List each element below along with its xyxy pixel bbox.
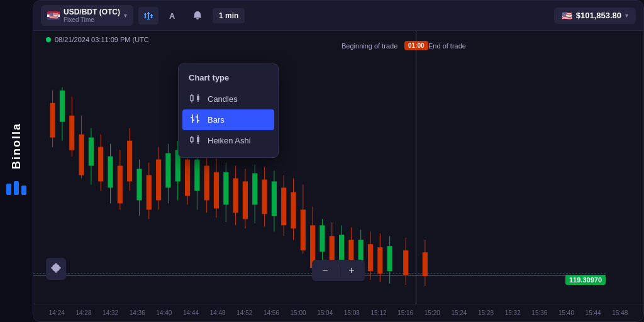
svg-rect-86 — [403, 250, 408, 275]
heiken-ashi-label: Heiken Ashi — [208, 136, 251, 145]
svg-rect-60 — [272, 181, 277, 216]
balance-display[interactable]: 🇺🇸 $101,853.80 ▾ — [554, 8, 636, 24]
svg-rect-70 — [319, 225, 325, 252]
svg-rect-92 — [197, 96, 199, 100]
currency-pair-label: USD/BDT (OTC) — [64, 8, 120, 16]
time-label-10: 15:04 — [311, 309, 338, 316]
svg-rect-9 — [151, 14, 152, 18]
svg-rect-104 — [197, 137, 199, 142]
svg-rect-101 — [191, 138, 193, 142]
time-label-9: 15:00 — [285, 309, 312, 316]
svg-rect-30 — [127, 141, 132, 182]
svg-rect-42 — [185, 160, 190, 196]
time-label-13: 15:16 — [392, 309, 419, 316]
currency-pair-selector[interactable]: 🇺🇸 USD/BDT (OTC) Fixed Time ▾ — [41, 5, 133, 26]
live-indicator — [46, 37, 51, 42]
svg-rect-38 — [165, 153, 170, 188]
time-label-16: 15:28 — [472, 309, 499, 316]
svg-rect-20 — [79, 135, 84, 175]
time-label-14: 15:20 — [419, 309, 446, 316]
dropdown-item-candles[interactable]: Candles — [179, 89, 278, 109]
app-container: Binolla 🇺🇸 USD/BDT (OTC) Fixed Time ▾ — [0, 0, 644, 322]
svg-rect-48 — [214, 172, 219, 209]
balance-flag-icon: 🇺🇸 — [562, 11, 572, 21]
svg-rect-56 — [252, 174, 257, 205]
zoom-out-button[interactable]: − — [312, 260, 338, 281]
balance-amount: $101,853.80 — [576, 11, 621, 20]
settings-button[interactable] — [46, 258, 66, 280]
time-label-2: 14:32 — [97, 309, 124, 316]
dropdown-item-bars[interactable]: Bars — [182, 109, 274, 130]
text-tool-button[interactable]: A — [164, 8, 182, 24]
time-axis: 14:24 14:28 14:32 14:36 14:40 14:44 14:4… — [33, 304, 643, 321]
svg-rect-2 — [21, 186, 26, 195]
bars-icon — [189, 114, 201, 125]
svg-rect-24 — [98, 147, 103, 182]
currency-flag: 🇺🇸 — [47, 11, 60, 20]
svg-rect-84 — [387, 246, 392, 271]
svg-rect-11 — [150, 18, 153, 18]
zoom-controls: − + — [312, 260, 365, 281]
chevron-down-icon: ▾ — [124, 12, 127, 19]
svg-rect-44 — [194, 160, 199, 191]
time-label-19: 15:40 — [553, 309, 580, 316]
time-label-8: 14:56 — [258, 309, 285, 316]
svg-rect-62 — [281, 187, 286, 225]
candles-icon — [189, 94, 201, 104]
time-label-6: 14:48 — [204, 309, 231, 316]
svg-rect-22 — [89, 138, 94, 166]
svg-rect-5 — [144, 18, 147, 18]
svg-rect-66 — [301, 209, 306, 250]
beginning-of-trade-label: Beginning of trade — [341, 42, 397, 50]
svg-rect-3 — [145, 13, 146, 18]
svg-rect-88 — [423, 252, 428, 276]
svg-rect-16 — [60, 91, 65, 122]
time-label-20: 15:44 — [580, 309, 607, 316]
time-label-3: 14:36 — [124, 309, 151, 316]
time-label-15: 15:24 — [446, 309, 473, 316]
toolbar: 🇺🇸 USD/BDT (OTC) Fixed Time ▾ — [33, 1, 643, 31]
svg-rect-64 — [291, 192, 296, 228]
svg-rect-8 — [147, 19, 150, 19]
svg-text:A: A — [169, 11, 175, 20]
svg-rect-28 — [118, 166, 123, 204]
zoom-in-button[interactable]: + — [339, 260, 365, 281]
time-label-4: 14:40 — [151, 309, 178, 316]
svg-rect-36 — [156, 160, 161, 201]
heiken-ashi-icon — [189, 135, 201, 146]
left-sidebar: Binolla — [0, 0, 33, 322]
svg-rect-7 — [147, 13, 150, 14]
chart-type-dropdown: Chart type Candles — [178, 64, 279, 158]
svg-rect-80 — [368, 244, 373, 271]
svg-rect-82 — [377, 247, 382, 274]
brand-icon — [6, 179, 26, 199]
svg-rect-6 — [148, 12, 149, 19]
alert-button[interactable] — [187, 7, 208, 25]
end-of-trade-label: End of trade — [428, 42, 466, 50]
balance-chevron-icon: ▾ — [625, 12, 628, 19]
svg-rect-14 — [50, 103, 55, 138]
chart-type-button[interactable] — [138, 7, 158, 25]
trade-type-label: Fixed Time — [64, 16, 120, 23]
time-interval-button[interactable]: 1 min — [213, 8, 245, 23]
svg-rect-32 — [136, 169, 142, 201]
svg-rect-18 — [69, 116, 74, 150]
timestamp-label: 08/21/2024 03:11:09 PM (UTC — [55, 36, 149, 43]
svg-rect-46 — [204, 166, 209, 201]
dropdown-item-heiken-ashi[interactable]: Heiken Ashi — [179, 130, 278, 151]
svg-rect-89 — [191, 96, 193, 101]
svg-rect-10 — [150, 15, 153, 16]
svg-rect-54 — [243, 181, 248, 219]
time-label-17: 15:32 — [499, 309, 526, 316]
svg-rect-26 — [108, 157, 113, 188]
time-label-18: 15:36 — [526, 309, 553, 316]
brand-name: Binolla — [10, 123, 23, 169]
time-label-0: 14:24 — [43, 309, 70, 316]
svg-rect-74 — [339, 235, 344, 261]
trade-timer-badge: 01:00 — [404, 41, 428, 50]
svg-rect-58 — [262, 179, 267, 214]
time-label-11: 15:08 — [338, 309, 365, 316]
svg-rect-4 — [144, 14, 147, 15]
dropdown-title: Chart type — [179, 70, 278, 89]
time-label-5: 14:44 — [177, 309, 204, 316]
